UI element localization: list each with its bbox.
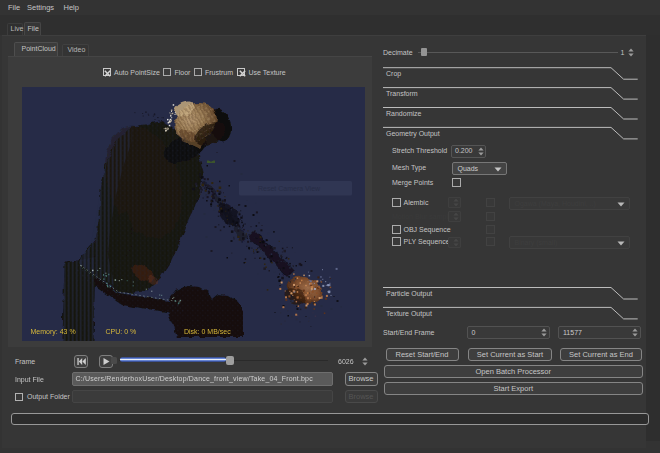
svg-text:Reset Camera View: Reset Camera View: [258, 185, 321, 192]
svg-text:CPU: 0 %: CPU: 0 %: [105, 328, 136, 335]
svg-text:Disk: 0 MB/sec: Disk: 0 MB/sec: [184, 328, 231, 335]
svg-text:Memory: 43 %: Memory: 43 %: [30, 328, 75, 336]
